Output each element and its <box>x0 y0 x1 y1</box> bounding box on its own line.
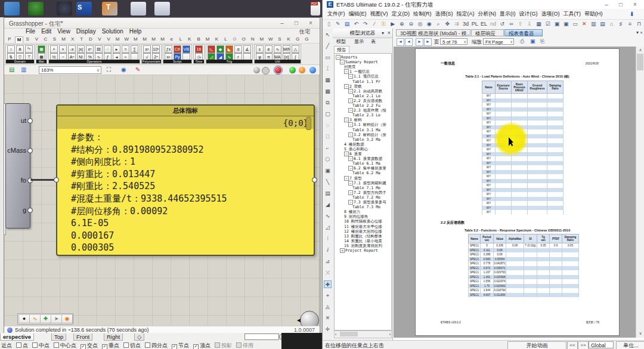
tree-item[interactable]: −7 振型 <box>344 176 362 181</box>
rhino-doc-icon[interactable] <box>154 2 170 16</box>
download-icon[interactable]: ⬇ <box>630 9 634 19</box>
add-icon[interactable]: ✚ <box>40 314 51 323</box>
menu-编辑(E)[interactable]: 编辑(E) <box>349 11 367 17</box>
tree-item[interactable]: Table 3.1 Ma <box>352 128 380 132</box>
etabs-side-icon[interactable]: ▤ <box>324 190 332 197</box>
menu-选择(S)[interactable]: 选择(S) <box>435 11 453 17</box>
gh-category-tab[interactable]: L <box>177 36 184 42</box>
tree-item[interactable]: Table 6.2 Ma <box>352 171 380 175</box>
menu-view[interactable]: View <box>57 28 70 35</box>
gh-tool-icon[interactable]: = <box>122 45 129 53</box>
record-icon[interactable]: ● <box>18 314 30 323</box>
tree-item[interactable]: 4 楼层数据 <box>344 142 364 147</box>
gh-category-tab[interactable]: M <box>141 36 148 42</box>
etabs-tool-icon[interactable]: ✎ <box>333 20 342 28</box>
gh-category-tab[interactable]: e <box>168 36 175 42</box>
coord-system-select[interactable]: Global <box>589 341 614 348</box>
tree-item[interactable]: −2.1 自动风荷载 <box>348 89 382 94</box>
etabs-side-icon[interactable]: ▦ <box>324 76 332 84</box>
gh-category-tab[interactable]: X <box>69 36 76 42</box>
save-icon[interactable]: ▥ <box>21 66 26 73</box>
alert-icon[interactable]: ◉ <box>61 314 73 323</box>
report-viewport[interactable]: 一般信息 2021/8/26 Table 2.1 - Load Pattern … <box>394 47 636 338</box>
etabs-tool-icon[interactable]: ∕ <box>370 20 379 28</box>
gh-category-tab[interactable]: K <box>285 36 292 42</box>
etabs-tool-icon[interactable]: ▶ <box>388 20 397 28</box>
print-icon[interactable]: ⎙ <box>520 38 524 45</box>
etabs-tool-icon[interactable]: ◎ <box>416 20 425 28</box>
gh-category-tab[interactable]: N <box>249 36 256 42</box>
etabs-tool-icon[interactable]: ✕ <box>580 20 589 28</box>
osnap-checkbox-节点[interactable]: ✓ <box>172 344 177 349</box>
gh-category-tab[interactable]: W <box>123 36 130 42</box>
export-icon[interactable]: ⎘ <box>540 38 544 45</box>
gh-category-tab[interactable]: T <box>78 36 85 42</box>
display-icon[interactable] <box>4 2 20 16</box>
tree-item[interactable]: −6 质量 <box>344 152 362 156</box>
grasshopper-canvas[interactable]: utcMassfog 总体指标 {0;0} #参数：#结构分：0.8919809… <box>4 75 320 326</box>
etabs-side-icon[interactable]: ✕ <box>324 314 332 322</box>
blue-ball-icon[interactable] <box>309 67 316 73</box>
gh-category-tab[interactable]: M <box>258 36 265 42</box>
report-tree[interactable]: −Reports−Summary Report封面页−1 一般信息−1.1 项目… <box>334 53 392 331</box>
menu-工具(T)[interactable]: 工具(T) <box>564 11 581 17</box>
gh-tool-icon[interactable]: ∿ <box>274 45 281 53</box>
prev-button[interactable]: << <box>567 341 578 349</box>
gh-category-tab[interactable]: M <box>150 36 157 42</box>
etabs-side-icon[interactable]: ▩ <box>324 88 332 95</box>
gh-tool-icon[interactable]: ▸ <box>113 45 120 53</box>
gh-category-tab[interactable]: ✩ <box>231 36 239 42</box>
gh-tool-icon[interactable]: ↕ <box>7 45 15 53</box>
gh-category-tab[interactable]: C <box>42 36 49 42</box>
gh-category-tab[interactable]: S <box>276 36 283 42</box>
start-animation-button[interactable]: 开始动画 <box>507 341 566 349</box>
doc-tab-report-viewer[interactable]: 报表查看器 <box>504 29 543 36</box>
gh-tool-icon[interactable]: |x| <box>77 45 85 53</box>
etabs-tool-icon[interactable]: ∞ <box>507 20 516 28</box>
menu-文件(F)[interactable]: 文件(F) <box>327 11 345 17</box>
report-vscrollbar[interactable]: ∧∨ <box>636 47 644 338</box>
green-ball-icon[interactable] <box>289 67 296 73</box>
etabs-tool-icon[interactable]: ☑ <box>543 20 552 28</box>
menu-帮助(H)[interactable]: 帮助(H) <box>584 11 603 17</box>
gh-tool-icon[interactable]: 10ⁿ <box>152 45 160 53</box>
viewport-tab-[interactable]: ◇ <box>134 333 144 341</box>
etabs-tool-icon[interactable]: ⚿ <box>379 20 388 28</box>
grasshopper-titlebar[interactable]: Grasshopper - 住宅* – □ × <box>4 18 320 29</box>
gh-category-tab[interactable]: D <box>87 36 94 42</box>
output-port[interactable] <box>27 208 33 213</box>
pointer-icon[interactable]: ➤ <box>51 314 62 323</box>
tree-item[interactable]: 15 层刚度及薄弱层判 <box>344 243 382 248</box>
etabs-side-icon[interactable]: ↖ <box>324 31 332 39</box>
etabs-tool-icon[interactable]: ♯ <box>617 20 626 28</box>
viewport-tab-front[interactable]: Front <box>73 333 92 341</box>
no-preview-icon[interactable] <box>262 67 270 75</box>
etabs-tool-icon[interactable]: nd <box>488 20 497 28</box>
tree-item[interactable]: −7.1 振型周期和频 <box>348 181 386 186</box>
etabs-side-icon[interactable]: ⊿ <box>324 258 332 265</box>
etabs-tool-icon[interactable]: ⊕ <box>397 20 406 28</box>
dock-tab-显示[interactable]: 显示 <box>354 38 364 45</box>
osnap-checkbox-垂点[interactable]: ✓ <box>102 344 107 349</box>
tree-item[interactable]: −7.2 振型方向因子 <box>348 190 386 195</box>
osnap-checkbox-交点[interactable]: ✓ <box>80 344 86 349</box>
panel-input-port[interactable] <box>54 177 59 183</box>
viewport-tab-erspective[interactable]: erspective <box>0 333 34 341</box>
menu-定义(D)[interactable]: 定义(D) <box>392 11 410 17</box>
tree-item[interactable]: Table 7.1 Mo <box>352 186 380 190</box>
gh-tool-icon[interactable]: α <box>234 45 242 53</box>
gh-category-tab[interactable]: L <box>222 36 229 42</box>
tree-item[interactable]: −1 一般信息 <box>344 69 370 74</box>
output-port[interactable] <box>27 148 33 153</box>
tree-item[interactable]: Table 2.2 Fu <box>352 103 380 108</box>
tree-item[interactable]: Table 7.3 Mo <box>352 205 380 209</box>
next-button[interactable]: >> <box>578 341 589 349</box>
etabs-side-icon[interactable]: ⤬ <box>324 269 332 277</box>
osnap-checkbox-中心点[interactable] <box>54 342 59 348</box>
minimize-button[interactable]: – <box>275 19 289 27</box>
panel-scrollbar[interactable] <box>306 117 311 130</box>
gh-category-tab[interactable]: B <box>195 36 202 42</box>
rhino-input[interactable] <box>244 333 279 340</box>
gh-tool-icon[interactable]: ⁰⁶ <box>25 45 33 53</box>
menu-display[interactable]: Display <box>76 28 96 35</box>
